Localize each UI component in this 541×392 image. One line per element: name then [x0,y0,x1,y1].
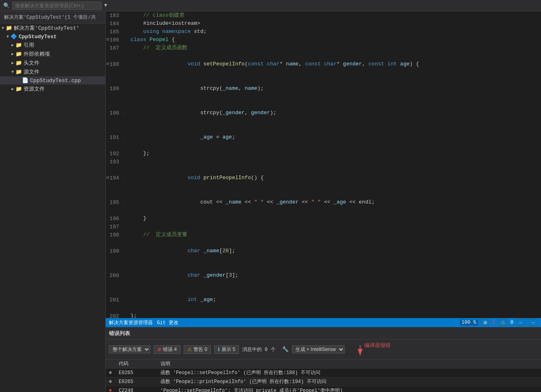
solution-arrow: ▼ [2,26,4,30]
code-line[interactable]: class Peopel { [129,36,541,44]
code-line[interactable]: using namespace std; [129,28,541,36]
code-line[interactable]: #include<iostream> [129,19,541,28]
table-row: 200 char _gender[3]; [106,263,541,288]
sidebar-project-label: CppStudyTest [19,34,57,40]
code-line[interactable]: void printPeopelInfo() { [129,166,541,190]
table-row: 195 │ cout << _name << " " << _gender <<… [106,190,541,214]
collapse-icon[interactable]: ⊟ [106,61,109,66]
col-header-desc: 说明 [157,360,541,368]
search-options-icon[interactable]: ▼ [104,2,107,9]
info-filter-button[interactable]: ℹ 展示 5 [214,345,239,354]
sources-icon: 📁 [15,69,22,75]
filter-icon: 🔧 [282,346,289,353]
line-number: 184 [106,19,124,28]
code-area: 183 // class创建类 184 #include<iostream> 1… [106,11,541,392]
resources-arrow: ▶ [11,87,14,91]
line-indicator: │ [124,190,129,214]
code-line[interactable]: // class创建类 [129,11,541,19]
sidebar-item-extdep[interactable]: ▶ 📁 外部依赖项 [0,50,105,58]
line-number: 191 [106,125,124,149]
code-line[interactable]: cout << _name << " " << _gender << " " <… [129,190,541,214]
sidebar-item-ref[interactable]: ▶ 📁 引用 [0,41,105,50]
error-prev-button[interactable]: ⊗ [481,319,489,326]
sidebar-item-solution[interactable]: ▼ 📁 解决方案'CppStudyTest' [0,24,105,32]
list-item[interactable]: ✖ C2248 'Peopel::setPeopelInfo': 无法访问 pr… [106,386,541,392]
code-line[interactable]: // 定义成员函数 [129,44,541,52]
editor-statusbar: 解决方案资源管理器 Git 更改 100 % ⊗ 2 ⚠ 0 ← → [106,318,541,327]
build-select[interactable]: 生成 + IntelliSense [292,345,345,353]
sidebar-item-sources[interactable]: ▼ 📁 源文件 [0,67,105,76]
code-line[interactable]: strcpy(_name, name); [129,76,541,101]
line-number: 190 [106,101,124,125]
line-indicator: │ [124,166,129,190]
ref-icon: 📁 [15,42,22,48]
error-filter-button[interactable]: ⊗ 错误 4 [154,345,180,354]
warning-filter-button[interactable]: ⚠ 警告 0 [184,345,211,354]
error-code: E0265 [115,377,157,386]
search-input[interactable] [12,2,102,10]
nav-prev-button[interactable]: ← [517,319,526,326]
sidebar-item-cppfile[interactable]: ▶ 📄 CppStudyTest.cpp [0,76,105,84]
line-number: 187 [106,44,124,52]
code-line[interactable] [129,158,541,166]
line-number: 196 [106,214,124,223]
main-layout: 解决方案'CppStudyTest'(1 个项目/共 ▼ 📁 解决方案'CppS… [0,11,541,392]
nav-next-button[interactable]: → [529,319,538,326]
code-line[interactable]: }; [129,312,541,318]
code-line[interactable]: // 定义成员变量 [129,231,541,239]
error-row-icon: ⊗ [106,368,115,377]
solution-folder-icon: 📁 [6,25,12,31]
zoom-level[interactable]: 100 % [460,320,478,325]
warn-button[interactable]: ⚠ [499,319,507,326]
line-indicator: │ [124,101,129,125]
collapse-icon[interactable]: ⊟ [106,175,109,180]
annotation-container: 编译器报错 [356,341,391,357]
error-icon: ⊗ [157,347,161,352]
line-indicator [124,44,129,52]
sidebar-item-resources[interactable]: ▶ 📁 资源文件 [0,84,105,93]
bottom-panel-header: 错误列表 [106,327,541,340]
editor-pane[interactable]: 183 // class创建类 184 #include<iostream> 1… [106,11,541,318]
table-row: 191 │ _age = age; [106,125,541,149]
headers-icon: 📁 [15,60,22,66]
code-line[interactable]: int _age; [129,288,541,312]
line-number: 195 [106,190,124,214]
table-row: 197 [106,223,541,231]
ref-arrow: ▶ [11,43,14,48]
collapse-icon[interactable]: ⊟ [106,37,109,42]
git-changes-label[interactable]: Git 更改 [157,319,178,326]
list-item[interactable]: ⊗ E0265 函数 'Peopel::setPeopelInfo' (已声明 … [106,368,541,377]
errors-scroll-area[interactable]: 代码 说明 ⊗ E0265 函数 'Peopel::setPeopelInfo'… [106,360,541,392]
code-line[interactable]: char _gender[3]; [129,263,541,288]
error-code: E0265 [115,368,157,377]
info-icon: ℹ [218,347,220,352]
error-list-title[interactable]: 错误列表 [109,330,130,337]
code-line[interactable] [129,223,541,231]
line-indicator [124,11,129,19]
sidebar-headers-label: 头文件 [24,59,39,67]
code-line[interactable]: } [129,214,541,223]
code-line[interactable]: strcpy(_gender, gender); [129,101,541,125]
table-row: 198 // 定义成员变量 [106,231,541,239]
line-indicator [124,288,129,312]
line-indicator [124,231,129,239]
line-number: 185 [106,28,124,36]
scope-select[interactable]: 整个解决方案 [109,345,150,353]
warning-icon: ⚠ [187,347,192,352]
error-count: 2 [493,320,495,325]
resources-icon: 📁 [15,86,22,92]
code-line[interactable]: _age = age; [129,125,541,149]
error-row-icon: ⊗ [106,377,115,386]
line-number: 193 [106,158,124,166]
sidebar-item-project[interactable]: ▼ 🔷 CppStudyTest [0,32,105,41]
line-number: 198 [106,231,124,239]
sidebar-manager-label[interactable]: 解决方案资源管理器 [109,319,153,326]
list-item[interactable]: ⊗ E0265 函数 'Peopel::printPeopelInfo' (已声… [106,377,541,386]
table-row: 202 }; [106,312,541,318]
code-line[interactable]: void setPeopelInfo(const char* name, con… [129,52,541,76]
code-line[interactable]: }; [129,149,541,158]
sidebar-item-headers[interactable]: ▶ 📁 头文件 [0,58,105,67]
code-line[interactable]: char _name[20]; [129,239,541,263]
sidebar-extdep-label: 外部依赖项 [24,50,50,58]
table-row: 190 │ strcpy(_gender, gender); [106,101,541,125]
